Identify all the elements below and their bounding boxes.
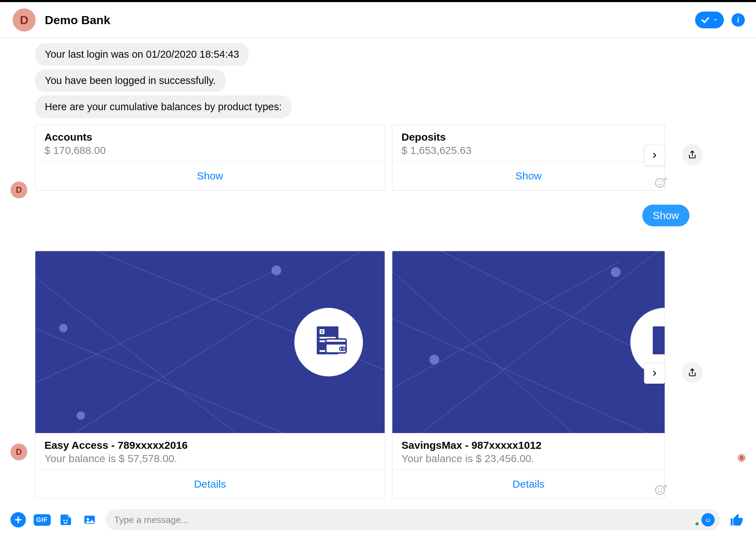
product-card-title: Easy Access - 789xxxxx2016 — [44, 439, 376, 451]
svg-line-25 — [392, 265, 581, 433]
product-details-button[interactable]: Details — [35, 469, 385, 498]
product-card-image — [392, 251, 665, 433]
emoji-button[interactable] — [701, 513, 715, 526]
svg-point-9 — [77, 411, 85, 420]
share-icon[interactable] — [682, 362, 703, 383]
balance-card: Deposits $ 1,653,625.63 Show — [392, 125, 665, 191]
svg-point-35 — [87, 518, 89, 521]
product-card: $ Easy Access - 789xxxxx2016 Your — [35, 251, 385, 499]
like-button[interactable] — [729, 511, 746, 528]
chat-header: D Demo Bank i — [0, 2, 756, 38]
svg-text:$: $ — [321, 330, 323, 334]
balance-show-button[interactable]: Show — [35, 161, 385, 190]
product-card-sub: Your balance is $ 23,456.00. — [401, 453, 656, 465]
bot-message: You have been logged in successfully. — [35, 69, 226, 92]
svg-point-32 — [63, 520, 65, 521]
verified-dropdown-button[interactable] — [695, 12, 724, 28]
balance-card-amount: $ 1,653,625.63 — [401, 144, 656, 156]
svg-point-31 — [661, 488, 662, 489]
share-icon[interactable] — [682, 144, 703, 165]
add-reaction-icon[interactable] — [653, 176, 668, 190]
seen-avatar: D — [738, 454, 746, 462]
svg-point-26 — [429, 355, 439, 364]
user-reply-bubble: Show — [642, 205, 690, 226]
svg-point-1 — [658, 181, 659, 182]
svg-line-24 — [403, 251, 665, 433]
bot-avatar: D — [10, 182, 27, 198]
svg-point-38 — [709, 518, 710, 519]
message-input[interactable] — [114, 515, 712, 525]
product-icon: $ — [294, 308, 363, 376]
message-input-wrap — [106, 509, 720, 530]
balance-card-amount: $ 170,688.00 — [44, 144, 376, 156]
add-attachment-button[interactable] — [10, 512, 26, 528]
svg-point-30 — [658, 488, 659, 489]
svg-point-33 — [66, 520, 68, 521]
photo-button[interactable] — [82, 512, 97, 528]
product-card-image: $ — [35, 251, 385, 433]
gif-button[interactable]: GIF — [34, 512, 50, 528]
svg-point-36 — [704, 516, 712, 524]
chat-body: Your last login was on 01/20/2020 18:54:… — [0, 38, 756, 504]
svg-point-8 — [59, 324, 68, 332]
svg-point-37 — [706, 518, 707, 519]
avatar[interactable]: D — [13, 8, 36, 31]
user-reply-row: Show — [0, 191, 756, 240]
svg-rect-18 — [326, 342, 346, 345]
svg-point-0 — [656, 178, 664, 187]
active-status-dot — [695, 522, 699, 525]
svg-line-22 — [392, 314, 665, 433]
svg-point-27 — [611, 267, 621, 277]
chat-title: Demo Bank — [45, 13, 110, 27]
bot-message: Here are your cumulative balances by pro… — [35, 95, 292, 118]
svg-line-3 — [35, 269, 280, 391]
balance-card-title: Accounts — [44, 131, 376, 143]
product-card-sub: Your balance is $ 57,578.00. — [44, 453, 376, 465]
sticker-button[interactable] — [58, 512, 74, 528]
svg-line-7 — [35, 272, 245, 433]
product-details-button[interactable]: Details — [392, 469, 665, 498]
product-card-title: SavingsMax - 987xxxxx1012 — [401, 439, 656, 451]
balance-card: Accounts $ 170,688.00 Show — [35, 125, 385, 191]
add-reaction-icon[interactable] — [653, 483, 668, 497]
bot-message: Your last login was on 01/20/2020 18:54:… — [35, 43, 249, 66]
svg-line-21 — [392, 262, 619, 398]
balance-show-button[interactable]: Show — [392, 161, 665, 190]
composer: GIF — [0, 504, 756, 538]
svg-line-23 — [413, 251, 665, 370]
svg-point-2 — [661, 181, 662, 182]
svg-point-29 — [656, 486, 664, 494]
info-icon[interactable]: i — [732, 13, 745, 27]
carousel-next-button[interactable] — [644, 363, 665, 384]
balance-card-title: Deposits — [401, 131, 656, 143]
bot-avatar: D — [10, 444, 27, 460]
svg-point-10 — [272, 266, 281, 275]
product-card: SavingsMax - 987xxxxx1012 Your balance i… — [392, 251, 665, 499]
carousel-next-button[interactable] — [644, 145, 665, 166]
svg-rect-28 — [653, 326, 665, 354]
